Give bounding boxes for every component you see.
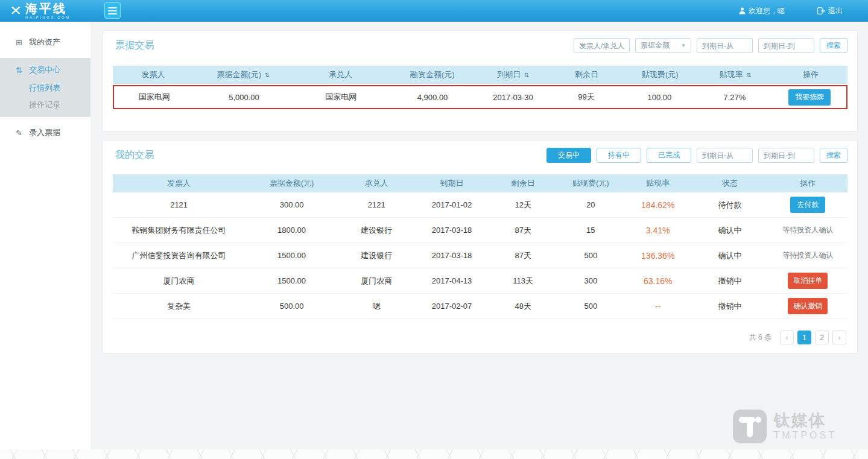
sidebar: ⊞ 我的资产 ⇅ 交易中心 行情列表 操作记录 ✎ 录入票据: [0, 22, 90, 449]
cell-fee: 300: [557, 276, 624, 285]
col-finance[interactable]: 融资金额(元): [388, 69, 477, 80]
cell-remain: 12天: [489, 200, 557, 211]
pagination-page-1[interactable]: 1: [797, 331, 811, 344]
pagination-total: 共 6 条: [749, 332, 771, 343]
cell-status: 确认中: [692, 225, 768, 236]
sidebar-item-market-list[interactable]: 行情列表: [0, 80, 90, 97]
sidebar-item-my-assets[interactable]: ⊞ 我的资产: [0, 33, 90, 52]
cell-finance: 4,900.00: [388, 93, 477, 102]
sidebar-label-trade-center: 交易中心: [29, 65, 60, 75]
my-trades-filters: 交易中 持有中 已完成 搜索: [546, 148, 847, 163]
top-navigation-bar: ✕ 海平线 HAIPINGX.COM 欢迎您，嗯 退出: [0, 0, 868, 22]
table-row[interactable]: 厦门农商 1500.00 厦门农商 2017-04-13 113天 300 63…: [113, 268, 847, 294]
mine-search-button[interactable]: 搜索: [820, 148, 847, 163]
mine-due-date-to-input[interactable]: [758, 148, 814, 163]
table-row[interactable]: 2121 300.00 2121 2017-01-02 12天 20 184.6…: [113, 192, 847, 218]
my-trades-title: 我的交易: [115, 149, 154, 162]
welcome-user[interactable]: 欢迎您，嗯: [739, 6, 785, 16]
cell-rate: 3.41%: [624, 226, 692, 235]
cell-acceptor: 建设银行: [338, 225, 415, 236]
cell-due: 2017-02-07: [415, 302, 489, 311]
logout-icon: [817, 7, 825, 14]
pagination-page-2[interactable]: 2: [815, 331, 829, 344]
col-action: 操作: [774, 69, 847, 80]
cell-acceptor: 厦门农商: [338, 276, 415, 286]
cell-acceptor: 嗯: [338, 301, 415, 312]
mine-due-date-from-input[interactable]: [697, 148, 753, 163]
sort-icon[interactable]: ⇅: [746, 72, 751, 78]
cell-fee: 15: [557, 226, 624, 235]
edit-icon: ✎: [16, 128, 29, 138]
menu-toggle-button[interactable]: [104, 2, 121, 19]
cell-rate: 63.16%: [624, 276, 692, 286]
tab-completed[interactable]: 已完成: [647, 148, 691, 163]
pagination: 共 6 条 ‹ 1 2 ›: [749, 331, 846, 344]
cell-amount: 1500.00: [245, 251, 338, 260]
col-due: 到期日: [415, 178, 489, 189]
grid-icon: ⊞: [16, 38, 29, 47]
col-amount[interactable]: 票据金额(元) ⇅: [194, 69, 293, 80]
bill-market-table-header: 发票人 票据金额(元) ⇅ 承兑人 融资金额(元) 到期日 ⇅ 剩余日 贴现费(…: [113, 66, 847, 84]
col-rate[interactable]: 贴现率 ⇅: [697, 69, 774, 80]
issuer-acceptor-input[interactable]: [574, 38, 630, 53]
col-remain[interactable]: 剩余日: [550, 69, 624, 80]
waiting-investor-text: 等待投资人确认: [782, 226, 833, 234]
cell-acceptor: 国家电网: [293, 92, 388, 103]
sidebar-item-operation-log[interactable]: 操作记录: [0, 97, 90, 113]
due-date-from-input[interactable]: [697, 38, 753, 53]
watermark-name: 钛媒体: [774, 412, 837, 429]
welcome-text: 欢迎您，嗯: [749, 6, 785, 16]
brand-name: 海平线: [25, 2, 70, 14]
cell-due: 2017-03-18: [415, 226, 489, 235]
bill-market-filters: 票据金额 ▼ 搜索: [574, 38, 847, 53]
col-fee[interactable]: 贴现费(元): [623, 69, 697, 80]
cell-issuer: 广州信斐投资咨询有限公司: [113, 250, 245, 261]
bottom-pattern-strip: [0, 449, 868, 459]
pagination-next-button[interactable]: ›: [832, 331, 846, 344]
bill-amount-select[interactable]: 票据金额 ▼: [635, 38, 691, 53]
sidebar-group-trade-center: ⇅ 交易中心 行情列表 操作记录: [0, 58, 90, 117]
confirm-cancel-button[interactable]: 确认撤销: [788, 298, 828, 314]
table-row[interactable]: 广州信斐投资咨询有限公司 1500.00 建设银行 2017-03-18 87天…: [113, 243, 847, 268]
cancel-order-button[interactable]: 取消挂单: [788, 273, 828, 289]
tab-holding[interactable]: 持有中: [597, 148, 641, 163]
cell-issuer: 复杂美: [113, 301, 245, 312]
col-due[interactable]: 到期日 ⇅: [477, 69, 550, 80]
bill-market-panel: 票据交易 票据金额 ▼ 搜索 发票人 票据金额(元) ⇅ 承兑人 融资金额(元)…: [103, 30, 858, 131]
sidebar-label-enter-bill: 录入票据: [29, 127, 60, 138]
cell-amount: 300.00: [245, 200, 338, 209]
table-row[interactable]: 鞍钢集团财务有限责任公司 1800.00 建设银行 2017-03-18 87天…: [113, 218, 847, 243]
cell-remain: 87天: [489, 250, 557, 261]
cell-rate: --: [624, 302, 692, 311]
due-date-to-input[interactable]: [758, 38, 814, 53]
tab-trading[interactable]: 交易中: [546, 148, 591, 163]
cell-issuer: 2121: [113, 200, 245, 209]
sort-icon[interactable]: ⇅: [265, 72, 270, 78]
cell-fee: 500: [557, 251, 624, 260]
bill-market-table: 发票人 票据金额(元) ⇅ 承兑人 融资金额(元) 到期日 ⇅ 剩余日 贴现费(…: [113, 66, 847, 109]
col-issuer[interactable]: 发票人: [113, 69, 194, 80]
col-remain: 剩余日: [489, 178, 557, 189]
sidebar-item-trade-center[interactable]: ⇅ 交易中心: [0, 60, 90, 80]
sort-icon[interactable]: ⇅: [524, 72, 529, 78]
table-row-highlighted[interactable]: 国家电网 5,000.00 国家电网 4,900.00 2017-03-30 9…: [113, 85, 847, 109]
cell-fee: 100.00: [623, 93, 696, 102]
col-acceptor[interactable]: 承兑人: [293, 69, 388, 80]
logout-label: 退出: [828, 6, 843, 16]
delist-button[interactable]: 我要摘牌: [788, 89, 831, 106]
cell-remain: 87天: [489, 225, 557, 236]
brand-logo[interactable]: ✕ 海平线 HAIPINGX.COM: [10, 2, 70, 19]
col-amount: 票据金额(元): [245, 178, 338, 189]
cell-due: 2017-01-02: [415, 200, 489, 209]
col-acceptor: 承兑人: [338, 178, 415, 189]
logout-button[interactable]: 退出: [817, 6, 843, 16]
sidebar-item-enter-bill[interactable]: ✎ 录入票据: [0, 123, 90, 142]
col-status: 状态: [692, 178, 768, 189]
table-row[interactable]: 复杂美 500.00 嗯 2017-02-07 48天 500 -- 撤销中 确…: [113, 294, 847, 319]
cell-fee: 20: [557, 200, 624, 209]
market-search-button[interactable]: 搜索: [820, 38, 847, 53]
col-issuer: 发票人: [113, 178, 245, 189]
pagination-prev-button[interactable]: ‹: [780, 331, 794, 344]
cell-due: 2017-04-13: [415, 276, 489, 285]
pay-button[interactable]: 去付款: [790, 197, 825, 213]
